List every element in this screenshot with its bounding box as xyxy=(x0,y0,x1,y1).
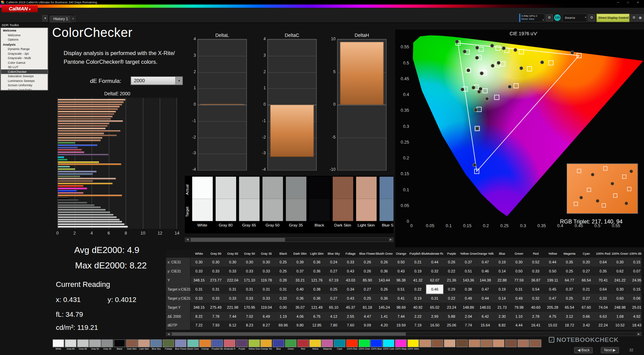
patch-swatch-100-magenta[interactable]: 100% Magenta xyxy=(395,339,407,350)
next-button[interactable]: Next ▶ xyxy=(601,347,619,353)
sidebar-item-options[interactable]: Options xyxy=(1,37,48,42)
patch-swatch[interactable] xyxy=(444,339,456,350)
column-header-orange[interactable]: Orange xyxy=(393,250,410,257)
de-formula-select[interactable]: 2000▾ xyxy=(130,77,183,85)
column-header-100-blue[interactable]: 100% Blue xyxy=(628,250,641,257)
sidebar-item-3d-lut[interactable]: 3D LUT xyxy=(1,65,48,69)
patch-swatch-blue-flower[interactable]: Blue Flower xyxy=(175,339,186,350)
column-header-orange-yellow[interactable]: Orange Yellow xyxy=(477,250,494,257)
display-control-select[interactable]: Direct Display Control xyxy=(596,13,630,22)
sidebar-item-screen-angularity[interactable]: Screen Angularity xyxy=(1,88,48,91)
column-header-gray-35[interactable]: Gray 35 xyxy=(258,250,275,257)
maximize-icon[interactable]: □ xyxy=(625,0,631,4)
sidebar-item-grayscale-2pt[interactable]: Grayscale - 2pt xyxy=(1,51,48,56)
patch-swatch-gray-50[interactable]: Gray 50 xyxy=(89,339,101,350)
patch-swatch-black[interactable]: Black xyxy=(114,339,125,350)
minimize-icon[interactable]: ─ xyxy=(615,0,622,4)
patch-swatch-yellow-green[interactable]: Yellow Green xyxy=(248,339,260,350)
patch-swatch-100-red[interactable]: 100% Red xyxy=(346,339,358,350)
sidebar-item-saturation-sweeps[interactable]: Saturation Sweeps xyxy=(1,74,48,78)
collapse-sidebar-button[interactable]: ◀ xyxy=(42,15,48,21)
column-header-purple[interactable]: Purple xyxy=(443,250,460,257)
source-select[interactable]: Source▾ xyxy=(562,13,587,22)
column-header-dark-skin[interactable]: Dark Skin xyxy=(291,250,308,257)
patch-swatch-100-green[interactable]: 100% Green xyxy=(358,339,370,350)
scrollbar-thumb[interactable] xyxy=(172,333,406,336)
patch-swatch-purplish-blue[interactable]: Purplish Blue xyxy=(212,339,223,350)
column-header-100-green[interactable]: 100% Green xyxy=(611,250,628,257)
patch-swatch[interactable] xyxy=(420,339,431,350)
patch-column-white[interactable]: White xyxy=(191,177,214,227)
patch-swatch-orange-yellow[interactable]: Orange Yellow xyxy=(261,339,272,350)
patch-swatch-dark-skin[interactable]: Dark Skin xyxy=(126,339,138,350)
patch-swatch-green[interactable]: Green xyxy=(285,339,297,350)
column-header-cyan[interactable]: Cyan xyxy=(578,250,595,257)
column-header-gray-50[interactable]: Gray 50 xyxy=(241,250,258,257)
patch-swatch-bluish-green[interactable]: Bluish Green xyxy=(187,339,199,350)
meter-select[interactable]: X-Rite i1Pro 2 Direct View ▾ xyxy=(519,13,545,22)
patch-swatch-gray-80[interactable]: Gray 80 xyxy=(65,339,76,350)
column-header-blue-sky[interactable]: Blue Sky xyxy=(325,250,342,257)
column-header-blue[interactable]: Blue xyxy=(494,250,511,257)
left-arrow-icon[interactable]: ◀ xyxy=(166,333,171,336)
patch-column-black[interactable]: Black xyxy=(308,177,331,227)
patch-swatch-red[interactable]: Red xyxy=(297,339,309,350)
column-header-foliage[interactable]: Foliage xyxy=(342,250,359,257)
close-icon[interactable]: × xyxy=(635,0,641,4)
patch-swatch[interactable] xyxy=(432,339,443,350)
strip-scrollbar[interactable]: ◀ ▶ xyxy=(185,238,393,242)
patch-swatch-gray-35[interactable]: Gray 35 xyxy=(102,339,113,350)
column-header-magenta[interactable]: Magenta xyxy=(561,250,578,257)
sidebar-item-grayscale-multi[interactable]: Grayscale - Multi xyxy=(1,56,48,60)
sidebar-item-colorchecker[interactable]: ColorChecker xyxy=(1,69,48,74)
patch-column-gray-65[interactable]: Gray 65 xyxy=(237,177,261,227)
gear-icon[interactable]: ⚙ xyxy=(546,14,553,21)
gear-icon[interactable]: ⚙ xyxy=(588,14,595,21)
sidebar-section-analysis[interactable]: Analysis xyxy=(1,42,48,47)
scrollbar-thumb[interactable] xyxy=(191,238,285,242)
patch-swatch-gray-65[interactable]: Gray 65 xyxy=(77,339,89,350)
left-arrow-icon[interactable]: ◀ xyxy=(185,238,190,242)
column-header-light-skin[interactable]: Light Skin xyxy=(309,250,325,257)
column-header-red[interactable]: Red xyxy=(527,250,544,257)
column-header-purplish-blue[interactable]: Purplish Blue xyxy=(410,250,426,257)
patch-swatch-moderate-red[interactable]: Moderate Red xyxy=(224,339,235,350)
column-header-white[interactable]: White xyxy=(191,250,207,257)
column-header-gray-65[interactable]: Gray 65 xyxy=(224,250,241,257)
patch-swatch[interactable] xyxy=(505,339,517,350)
patch-column-dark-skin[interactable]: Dark Skin xyxy=(331,177,355,227)
patch-swatch-cyan[interactable]: Cyan xyxy=(334,339,345,350)
patch-column-gray-35[interactable]: Gray 35 xyxy=(284,177,308,227)
column-header-moderate-red[interactable]: Moderate Red xyxy=(426,250,443,257)
patch-swatch[interactable] xyxy=(481,339,492,350)
patch-swatch-yellow[interactable]: Yellow xyxy=(310,339,321,350)
patch-column-light-skin[interactable]: Light Skin xyxy=(355,177,378,227)
gear-icon[interactable]: ⚙ xyxy=(631,14,638,21)
patch-swatch[interactable] xyxy=(517,339,529,350)
patch-swatch-100-cyan[interactable]: 100% Cyan xyxy=(383,339,394,350)
patch-swatch-light-skin[interactable]: Light Skin xyxy=(138,339,150,350)
scrollbar-track[interactable] xyxy=(171,333,637,336)
sidebar-item-welcome[interactable]: Welcome xyxy=(1,33,48,37)
patch-column-blue-sky[interactable]: Blue Sky xyxy=(378,177,394,227)
power-icon[interactable]: ◉ xyxy=(637,14,644,21)
table-scrollbar[interactable]: ◀ ▶ xyxy=(166,332,642,336)
patch-column-gray-80[interactable]: Gray 80 xyxy=(214,177,237,227)
column-header-green[interactable]: Green xyxy=(511,250,527,257)
back-button[interactable]: ◀ Back xyxy=(574,347,593,353)
patch-swatch-white[interactable]: White xyxy=(53,339,64,350)
calman-logo-menu[interactable]: CalMAN▾ xyxy=(2,5,38,12)
column-header-yellow-green[interactable]: Yellow Green xyxy=(460,250,477,257)
column-header-bluish-green[interactable]: Bluish Green xyxy=(376,250,392,257)
patch-swatch[interactable] xyxy=(456,339,468,350)
sidebar-item-luminance-sweeps[interactable]: Luminance Sweeps xyxy=(1,79,48,83)
editable-target-cell[interactable]: 0.46 xyxy=(426,285,443,294)
column-header-100-red[interactable]: 100% Red xyxy=(595,250,611,257)
sidebar-item-color-gamut[interactable]: Color Gamut xyxy=(1,60,48,65)
right-arrow-icon[interactable]: ▶ xyxy=(388,238,393,242)
patch-swatch-foliage[interactable]: Foliage xyxy=(163,339,174,350)
patch-swatch-magenta[interactable]: Magenta xyxy=(322,339,333,350)
patch-swatch-blue[interactable]: Blue xyxy=(273,339,284,350)
scrollbar-track[interactable] xyxy=(190,238,389,242)
sidebar-item-screen-uniformity[interactable]: Screen Uniformity xyxy=(1,83,48,87)
